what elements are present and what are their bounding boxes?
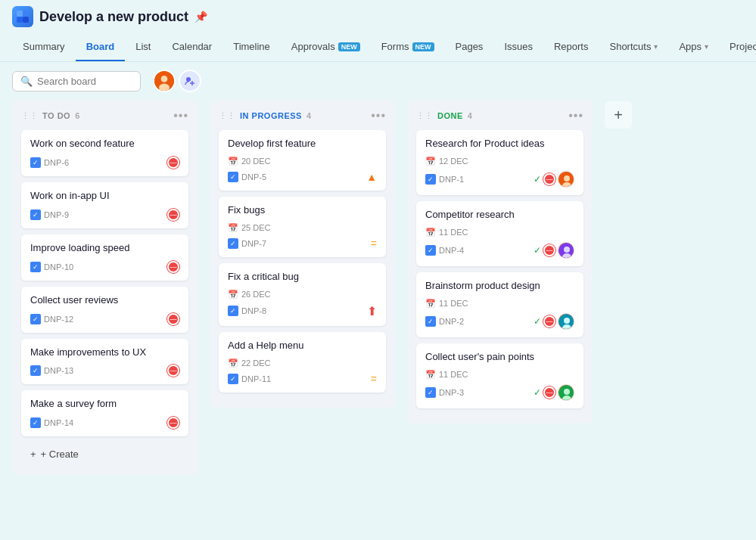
svg-point-5 bbox=[161, 76, 168, 82]
date-text-dnp4: 11 DEC bbox=[439, 228, 468, 237]
app-icon bbox=[12, 6, 33, 27]
col-label-done: DONE bbox=[437, 111, 463, 120]
checkbox-dnp14: ✓ bbox=[30, 417, 41, 428]
drag-handle-done[interactable]: ⋮⋮ bbox=[416, 111, 433, 121]
nav-project-settings[interactable]: Project settings bbox=[719, 33, 756, 61]
card-id-text-dnp9: DNP-9 bbox=[44, 210, 69, 219]
date-row-dnp3: 📅 11 DEC bbox=[425, 370, 574, 380]
block-dnp2[interactable]: — bbox=[543, 315, 555, 327]
card-id-dnp8: ✓ DNP-8 bbox=[228, 306, 266, 316]
date-text-dnp7: 25 DEC bbox=[241, 223, 271, 232]
col-menu-todo[interactable]: ••• bbox=[173, 109, 188, 123]
done-check-dnp3: ✓ bbox=[534, 387, 541, 398]
cal-icon-dnp8: 📅 bbox=[228, 290, 238, 299]
block-icon-dnp13[interactable]: — bbox=[167, 365, 179, 377]
nav-issues[interactable]: Issues bbox=[493, 33, 543, 61]
card-id-text-dnp1: DNP-1 bbox=[439, 175, 464, 184]
checkbox-dnp12: ✓ bbox=[30, 314, 41, 324]
card-id-dnp3: ✓ DNP-3 bbox=[425, 387, 464, 398]
card-title-dnp2: Brainstorm product design bbox=[425, 280, 574, 293]
add-column-button[interactable]: + bbox=[605, 101, 632, 129]
nav-pages[interactable]: Pages bbox=[445, 33, 494, 61]
card-title-dnp3: Collect user's pain points bbox=[425, 351, 574, 364]
card-dnp1: Research for Product ideas 📅 12 DEC ✓ DN… bbox=[416, 130, 583, 195]
svg-point-14 bbox=[564, 247, 570, 253]
nav-approvals[interactable]: Approvals NEW bbox=[281, 33, 371, 61]
block-icon-dnp14[interactable]: — bbox=[167, 417, 179, 429]
card-footer-dnp9: ✓ DNP-9 — bbox=[30, 209, 179, 221]
block-dnp1[interactable]: — bbox=[543, 173, 555, 185]
nav-reports[interactable]: Reports bbox=[543, 33, 599, 61]
column-todo: ⋮⋮ TO DO 6 ••• Work on second feature ✓ … bbox=[12, 100, 198, 475]
card-title-dnp10: Improve loading speed bbox=[30, 242, 179, 255]
card-actions-dnp3: ✓ — bbox=[534, 384, 574, 401]
pin-icon[interactable]: 📌 bbox=[194, 11, 207, 23]
nav-timeline[interactable]: Timeline bbox=[222, 33, 281, 61]
block-dnp4[interactable]: — bbox=[543, 244, 555, 256]
block-icon-dnp12[interactable]: — bbox=[167, 313, 179, 325]
card-footer-dnp7: ✓ DNP-7 = bbox=[228, 237, 377, 250]
card-dnp4: Competitor research 📅 11 DEC ✓ DNP-4 ✓ — bbox=[416, 201, 583, 266]
cal-icon-dnp11: 📅 bbox=[228, 358, 238, 368]
card-id-text-dnp6: DNP-6 bbox=[44, 158, 69, 167]
card-title-dnp8: Fix a critical bug bbox=[228, 271, 377, 284]
card-dnp6: Work on second feature ✓ DNP-6 — bbox=[21, 130, 188, 176]
cal-icon-dnp2: 📅 bbox=[425, 299, 436, 309]
card-id-dnp10: ✓ DNP-10 bbox=[30, 262, 73, 272]
add-member-button[interactable] bbox=[179, 70, 201, 92]
nav-list[interactable]: List bbox=[125, 33, 161, 61]
card-actions-dnp1: ✓ — bbox=[534, 171, 574, 188]
date-text-dnp8: 26 DEC bbox=[241, 290, 271, 299]
project-title: Develop a new product bbox=[39, 9, 188, 25]
nav-shortcuts[interactable]: Shortcuts ▾ bbox=[599, 33, 668, 61]
checkbox-dnp13: ✓ bbox=[30, 365, 41, 376]
cal-icon-dnp1: 📅 bbox=[425, 157, 436, 166]
nav-summary[interactable]: Summary bbox=[12, 33, 76, 61]
priority-dnp5: ▲ bbox=[366, 171, 377, 183]
priority-dnp11: = bbox=[371, 373, 377, 385]
card-id-text-dnp8: DNP-8 bbox=[241, 306, 266, 315]
card-id-dnp13: ✓ DNP-13 bbox=[30, 365, 73, 376]
date-row-dnp11: 📅 22 DEC bbox=[228, 358, 377, 368]
col-menu-inprogress[interactable]: ••• bbox=[371, 109, 386, 123]
nav-forms[interactable]: Forms NEW bbox=[371, 33, 445, 61]
card-actions-dnp4: ✓ — bbox=[534, 242, 574, 259]
card-id-dnp2: ✓ DNP-2 bbox=[425, 316, 464, 327]
block-icon-dnp6[interactable]: — bbox=[167, 157, 179, 169]
done-avatar-dnp1 bbox=[558, 171, 574, 188]
svg-rect-2 bbox=[17, 17, 23, 23]
card-dnp5: Develop first feature 📅 20 DEC ✓ DNP-5 ▲ bbox=[219, 130, 386, 191]
card-dnp7: Fix bugs 📅 25 DEC ✓ DNP-7 = bbox=[219, 197, 386, 257]
block-dnp3[interactable]: — bbox=[543, 386, 555, 399]
date-row-dnp2: 📅 11 DEC bbox=[425, 299, 574, 309]
drag-handle-inprogress[interactable]: ⋮⋮ bbox=[219, 111, 235, 121]
nav-calendar[interactable]: Calendar bbox=[161, 33, 222, 61]
column-done-header: ⋮⋮ DONE 4 ••• bbox=[416, 109, 583, 123]
nav-apps[interactable]: Apps ▾ bbox=[668, 33, 719, 61]
date-text-dnp1: 12 DEC bbox=[439, 157, 468, 166]
card-id-text-dnp4: DNP-4 bbox=[439, 246, 464, 255]
card-title-dnp13: Make improvements to UX bbox=[30, 346, 179, 359]
search-box[interactable]: 🔍 bbox=[12, 71, 141, 92]
col-menu-done[interactable]: ••• bbox=[568, 109, 583, 123]
priority-dnp8: ⬆ bbox=[367, 304, 377, 318]
card-title-dnp12: Collect user reviews bbox=[30, 294, 179, 307]
block-icon-dnp10[interactable]: — bbox=[167, 261, 179, 273]
nav-board[interactable]: Board bbox=[76, 33, 126, 61]
search-input[interactable] bbox=[37, 76, 132, 87]
card-title-dnp9: Work on in-app UI bbox=[30, 190, 179, 203]
drag-handle-todo[interactable]: ⋮⋮ bbox=[21, 111, 38, 121]
card-footer-dnp2: ✓ DNP-2 ✓ — bbox=[425, 313, 574, 330]
approvals-badge: NEW bbox=[338, 42, 360, 51]
shortcuts-arrow: ▾ bbox=[654, 42, 658, 51]
cal-icon-dnp4: 📅 bbox=[425, 228, 436, 237]
col-count-inprogress: 4 bbox=[306, 111, 311, 120]
card-title-dnp14: Make a survey form bbox=[30, 398, 179, 411]
search-icon: 🔍 bbox=[20, 76, 33, 87]
cal-icon-dnp5: 📅 bbox=[228, 157, 238, 166]
create-button-todo[interactable]: + + Create bbox=[21, 442, 88, 466]
col-count-done: 4 bbox=[468, 111, 472, 120]
checkbox-dnp11: ✓ bbox=[228, 374, 238, 384]
date-row-dnp7: 📅 25 DEC bbox=[228, 223, 377, 233]
block-icon-dnp9[interactable]: — bbox=[167, 209, 179, 221]
